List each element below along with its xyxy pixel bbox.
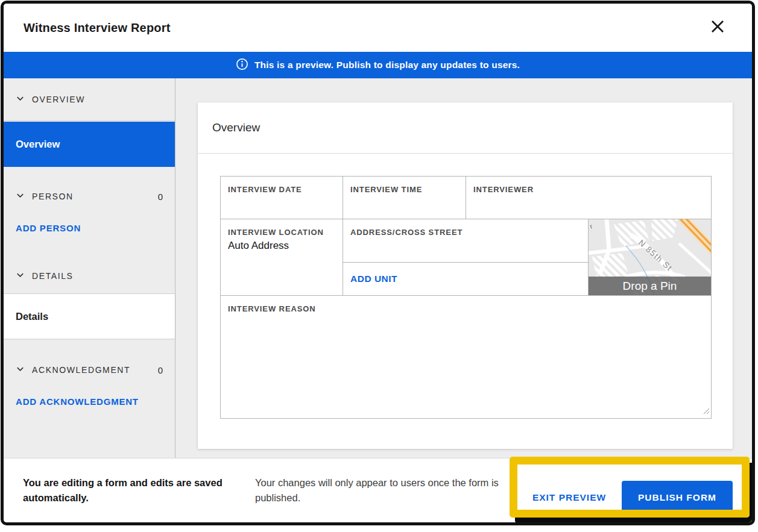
drop-a-pin-label: Drop a Pin	[623, 280, 677, 293]
sidebar-item-label: Overview	[16, 139, 60, 150]
field-label: INTERVIEW LOCATION	[228, 228, 335, 237]
address-column: ADDRESS/CROSS STREET ADD UNIT	[343, 219, 589, 295]
add-unit-row: ADD UNIT	[343, 263, 588, 295]
interviewer-field[interactable]: INTERVIEWER	[466, 177, 711, 219]
card-title: Overview	[212, 121, 260, 134]
sidebar-section-label: ACKNOWLEDGMENT	[32, 365, 130, 375]
sidebar-item-details[interactable]: Details	[4, 293, 175, 339]
sidebar-item-label: Details	[16, 311, 48, 322]
field-label: INTERVIEW REASON	[228, 304, 704, 313]
sidebar-section-person[interactable]: PERSON 0	[4, 181, 175, 211]
info-icon	[236, 58, 248, 73]
page-title: Witness Interview Report	[24, 21, 171, 35]
field-label: INTERVIEWER	[473, 185, 704, 194]
field-label: INTERVIEW TIME	[350, 185, 458, 194]
field-label: ADDRESS/CROSS STREET	[350, 228, 581, 237]
sidebar-section-details[interactable]: DETAILS	[4, 261, 175, 291]
sidebar: OVERVIEW Overview PERSON 0 ADD PERSON	[4, 78, 175, 458]
chevron-down-icon	[16, 365, 25, 376]
map-widget[interactable]: r N 85th St Drop a Pin	[589, 219, 711, 295]
sidebar-section-label: OVERVIEW	[32, 95, 85, 104]
chevron-down-icon	[16, 94, 25, 105]
sidebar-item-overview[interactable]: Overview	[4, 122, 175, 167]
add-acknowledgment-link[interactable]: ADD ACKNOWLEDGMENT	[16, 389, 139, 413]
overview-form-table: INTERVIEW DATE INTERVIEW TIME INTERVIEWE…	[220, 176, 712, 419]
modal-header: Witness Interview Report	[4, 4, 752, 52]
sidebar-section-label: DETAILS	[32, 271, 74, 281]
modal-window: Witness Interview Report This is	[1, 1, 755, 525]
chevron-down-icon	[16, 191, 25, 202]
add-person-link[interactable]: ADD PERSON	[16, 216, 81, 240]
interview-reason-field[interactable]: INTERVIEW REASON	[221, 296, 711, 418]
acknowledgment-count-badge: 0	[158, 365, 163, 375]
resize-handle-icon[interactable]	[703, 406, 710, 417]
table-row: INTERVIEW REASON	[221, 296, 711, 418]
card-title-row: Overview	[198, 102, 733, 154]
table-row: INTERVIEW LOCATION Auto Address ADDRESS/…	[221, 219, 711, 296]
person-count-badge: 0	[158, 192, 163, 202]
chevron-down-icon	[16, 271, 25, 282]
address-cross-street-field[interactable]: ADDRESS/CROSS STREET	[343, 219, 588, 263]
preview-banner-text: This is a preview. Publish to display an…	[254, 60, 520, 70]
sidebar-section-overview[interactable]: OVERVIEW	[4, 78, 175, 121]
overview-card: Overview INTERVIEW DATE INTERVIEW TIME I…	[198, 102, 733, 449]
close-icon	[709, 18, 726, 37]
field-label: INTERVIEW DATE	[228, 185, 335, 194]
interview-location-value: Auto Address	[228, 240, 335, 252]
screenshot-stage: Witness Interview Report This is	[0, 0, 758, 532]
interview-time-field[interactable]: INTERVIEW TIME	[343, 177, 466, 219]
add-unit-link[interactable]: ADD UNIT	[350, 274, 397, 284]
drop-a-pin-button[interactable]: Drop a Pin	[589, 277, 711, 295]
autosave-message: You are editing a form and edits are sav…	[23, 475, 240, 505]
preview-banner: This is a preview. Publish to display an…	[4, 52, 752, 78]
sidebar-section-acknowledgment[interactable]: ACKNOWLEDGMENT 0	[4, 355, 175, 385]
close-button[interactable]	[707, 17, 728, 38]
interview-location-field[interactable]: INTERVIEW LOCATION Auto Address	[221, 219, 343, 295]
table-row: INTERVIEW DATE INTERVIEW TIME INTERVIEWE…	[221, 177, 711, 219]
exit-preview-button[interactable]: EXIT PREVIEW	[521, 481, 617, 515]
publish-note: Your changes will only appear to users o…	[255, 475, 511, 505]
interview-date-field[interactable]: INTERVIEW DATE	[221, 177, 343, 219]
sidebar-section-label: PERSON	[32, 192, 74, 201]
footer-bar: You are editing a form and edits are sav…	[4, 458, 752, 522]
content-area: OVERVIEW Overview PERSON 0 ADD PERSON	[4, 78, 752, 458]
publish-form-button[interactable]: PUBLISH FORM	[622, 481, 733, 515]
